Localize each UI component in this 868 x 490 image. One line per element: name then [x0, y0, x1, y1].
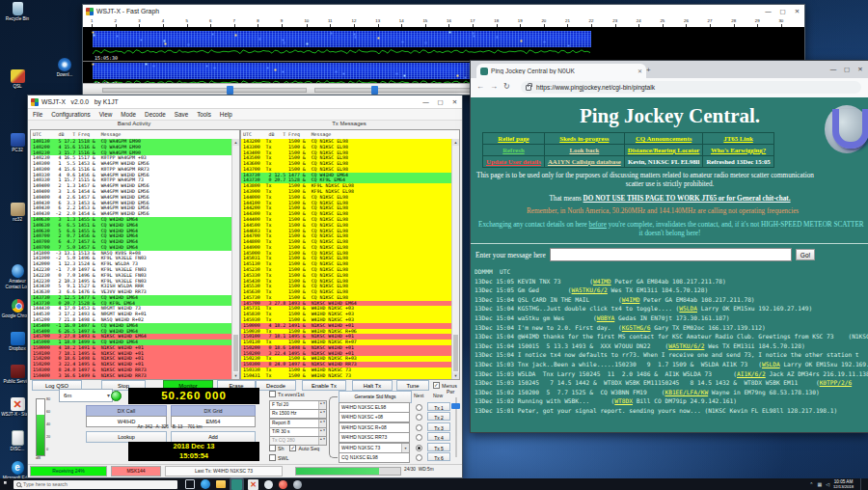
enable-tx-button[interactable]: Enable Tx [302, 380, 346, 391]
table-link-refresh[interactable]: Refresh [483, 145, 545, 156]
tx-next-radio-6[interactable] [416, 454, 422, 461]
reload-icon[interactable]: ↻ [503, 82, 510, 91]
checkbox-icon[interactable] [433, 382, 440, 389]
callsign-link[interactable]: K0TPP/2/6 [820, 379, 853, 386]
start-button[interactable] [0, 478, 14, 490]
maximize-icon[interactable]: ▢ [775, 5, 790, 17]
tx-message-field-5[interactable]: W4IHD N1KSC 73▾ [339, 443, 410, 453]
table-link-cq-announcements[interactable]: CQ Announcements [624, 133, 703, 145]
menu-view[interactable]: View [99, 111, 113, 118]
decode-button[interactable]: Decode [256, 380, 296, 391]
tx-next-radio-3[interactable] [416, 424, 422, 431]
taskbar-search[interactable]: Type here to search [14, 480, 177, 489]
browser-tab[interactable]: Ping Jockey Central by N0UK ✕ [476, 64, 646, 78]
table-link-who-s-earwigging-[interactable]: Who's Earwigging? [703, 145, 773, 156]
menus-checkbox[interactable]: Menus [433, 382, 457, 389]
checkbox-icon[interactable] [269, 391, 276, 397]
callsign-link[interactable]: W4IMD [593, 278, 611, 285]
maximize-icon[interactable]: ▢ [840, 63, 854, 75]
swl-checkbox[interactable] [269, 454, 276, 461]
auto-seq-checkbox[interactable] [289, 445, 296, 451]
callsign-link[interactable]: WT8DX [614, 397, 633, 404]
fastgraph-titlebar[interactable]: WSJT-X - Fast Graph — ▢ ✕ [83, 5, 804, 18]
tx-message-field-2[interactable]: W4IHD N1KSC +08 [339, 412, 410, 422]
band-activity-list[interactable]: 140130 5 17.2 1518 & CQ WA4GPM EM9014020… [31, 139, 232, 379]
menu-help[interactable]: Help [220, 111, 232, 118]
taskbar-clock[interactable]: 10:05 AM 12/13/2018 [833, 479, 854, 489]
tx-messages-list[interactable]: 143200 Tx 1500 & CQ N1KSC EL98143300 Tx … [241, 139, 452, 379]
tx-message-field-4[interactable]: W4IHD N1KSC RR73 [339, 432, 410, 443]
app-gray-taskbar-icon[interactable] [293, 480, 302, 489]
pingjockey-active-taskbar-icon[interactable] [231, 479, 242, 490]
table-link-update-user-details[interactable]: Update User details [483, 156, 545, 168]
file-explorer-taskbar-icon[interactable] [216, 480, 226, 488]
tx-now-button-3[interactable]: Tx 3 [427, 422, 450, 431]
tray-volume-icon[interactable]: ◁ [826, 481, 829, 487]
gain-slider[interactable] [102, 88, 307, 93]
pwr-slider[interactable] [453, 397, 459, 457]
zero-slider[interactable] [314, 88, 471, 93]
task-view-taskbar-icon[interactable] [185, 479, 195, 489]
desktop-icon-recycle-bin[interactable]: Recycle Bin [1, 2, 34, 22]
tx-even-checkbox[interactable]: Tx even/1st [269, 391, 304, 397]
wsjtx-taskbar-icon[interactable] [248, 479, 258, 490]
tx-now-button-5[interactable]: Tx 5 [427, 443, 450, 451]
callsign-link[interactable]: KG5THG/6 [622, 324, 651, 331]
tx-next-radio-2[interactable] [416, 414, 422, 421]
tab-close-icon[interactable]: ✕ [637, 68, 642, 74]
tray-network-icon[interactable]: ▦ [817, 481, 822, 487]
forward-icon[interactable]: → [490, 82, 498, 91]
tx-next-radio-5[interactable] [416, 445, 422, 451]
desktop-icon-qsl[interactable]: QSL [1, 69, 34, 90]
band-activity-row[interactable]: 150400 3 16.6 1499 & N1KSC W4IHD RR73 [31, 373, 232, 379]
callsign-link[interactable]: WA5TKU/6/2 [668, 342, 704, 349]
menu-mode[interactable]: Mode [121, 111, 136, 118]
callsign-link[interactable]: W5LDA [679, 305, 697, 312]
table-link-relief-page[interactable]: Relief page [483, 133, 545, 145]
callsign-link[interactable]: AI1K/6/2 [737, 370, 766, 377]
tx-message-row[interactable]: 150431 Tx 1500 & W4IHD N1KSC 73 [241, 373, 452, 379]
table-link-aa1yn-callsign-database[interactable]: AA1YN Callsign database [544, 156, 624, 168]
maximize-icon[interactable]: ▢ [433, 95, 448, 108]
tx-message-field-1[interactable]: W4IHD N1KSC EL98 [339, 402, 410, 413]
menu-save[interactable]: Save [175, 111, 188, 118]
tx-now-button-4[interactable]: Tx 4 [427, 432, 450, 441]
callsign-link[interactable]: KB1EE/LFA/KW [665, 389, 708, 395]
tx-message-field-3[interactable]: W4IHD N1KSC R+08 [339, 422, 410, 433]
app-red-taskbar-icon[interactable] [279, 480, 287, 489]
band-activity-scrollbar[interactable]: ▲▼ [231, 139, 239, 379]
tx-next-radio-4[interactable] [416, 434, 422, 441]
close-icon[interactable]: ✕ [854, 63, 867, 75]
tx-next-radio-1[interactable] [416, 404, 422, 411]
tx-message-field-6[interactable]: CQ N1KSC EL98 [339, 452, 410, 463]
tx-now-button-1[interactable]: Tx 1 [427, 402, 450, 411]
tx-messages-scrollbar[interactable]: ▲▼ [451, 139, 459, 379]
address-bar[interactable]: https://www.pingjockey.net/cgi-bin/pingt… [521, 81, 861, 94]
go-button[interactable]: Go! [796, 249, 815, 260]
callsign-link[interactable]: WA5TKU/6/2 [572, 286, 608, 293]
halt-tx-button[interactable]: Halt Tx [352, 380, 393, 391]
minimize-icon[interactable]: — [419, 95, 433, 108]
menu-tools[interactable]: Tools [197, 111, 211, 118]
close-icon[interactable]: ✕ [448, 95, 462, 108]
new-tab-button[interactable]: + [646, 66, 651, 74]
menu-configurations[interactable]: Configurations [51, 111, 91, 118]
table-link-skeds-in-progress[interactable]: Skeds in-progress [544, 133, 624, 145]
menu-decode[interactable]: Decode [145, 111, 166, 118]
callsign-link[interactable]: W8BYA [597, 314, 615, 321]
minimize-icon[interactable]: — [827, 63, 840, 75]
menu-file[interactable]: File [33, 111, 42, 118]
minimize-icon[interactable]: — [761, 5, 775, 17]
back-icon[interactable]: ← [476, 82, 484, 91]
edge-taskbar-icon[interactable] [201, 479, 210, 489]
callsign-link[interactable]: W4IMD [622, 296, 640, 303]
tray-chevron-icon[interactable]: ⌃ [809, 481, 813, 487]
tune-button[interactable]: Tune [396, 380, 429, 391]
sh-checkbox[interactable] [269, 445, 276, 451]
tx-now-button-2[interactable]: Tx 2 [427, 412, 450, 421]
table-link-jt65-link[interactable]: JT65 Link [703, 133, 773, 145]
callsign-link[interactable]: W5LDA [762, 361, 780, 368]
show-desktop-button[interactable] [860, 478, 864, 490]
band-select[interactable]: 6m [59, 389, 113, 402]
close-icon[interactable]: ✕ [790, 5, 804, 17]
